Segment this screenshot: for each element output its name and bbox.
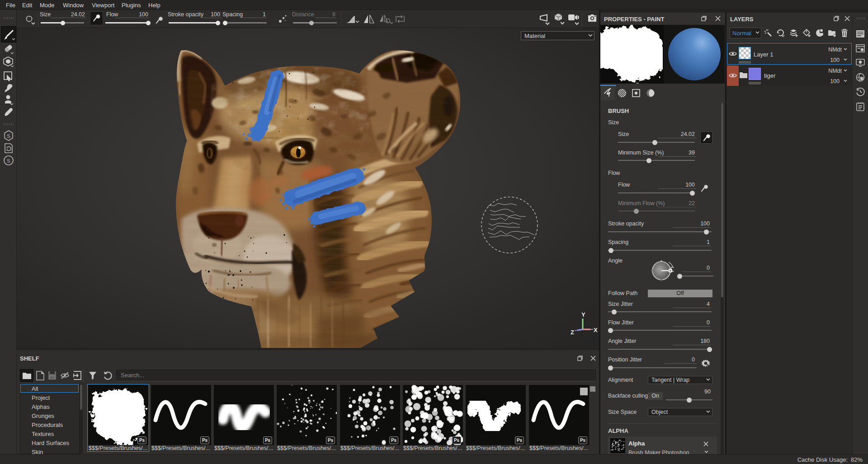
svg-text:S: S <box>7 133 10 139</box>
svg-text:X: X <box>594 327 598 333</box>
svg-text:Z: Z <box>571 329 574 336</box>
svg-text:Y: Y <box>581 311 585 318</box>
svg-text:S: S <box>7 158 10 164</box>
